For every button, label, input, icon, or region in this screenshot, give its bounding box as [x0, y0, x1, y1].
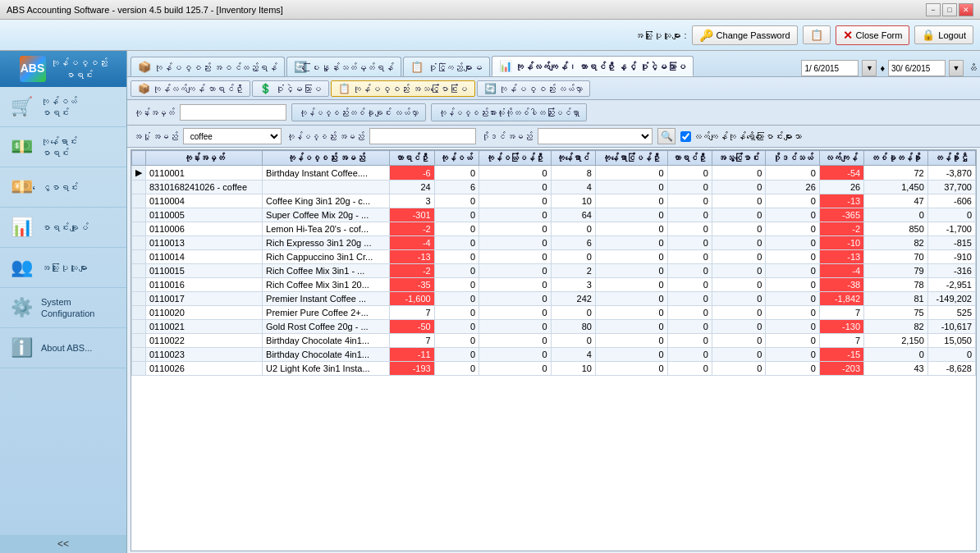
table-row[interactable]: 0110014Rich Cappuccino 3in1 Cr...-130000…: [132, 250, 976, 264]
col-purchase-ret: ကုန်ဝယ်ပြန်ဦး: [479, 151, 552, 166]
col-balance: လက်ကျန်: [819, 151, 863, 166]
search-button[interactable]: 🔍: [657, 128, 675, 144]
date-to-picker-button[interactable]: ▼: [949, 60, 964, 76]
logout-button[interactable]: 🔒 Logout: [914, 25, 973, 44]
subtab-item-list[interactable]: 📋 ကုန်ပစ္စည်း အသင့်ပြောင်းပြ: [331, 80, 475, 97]
tab-price-set[interactable]: 🔄 ပြေးနှုန်းသတ်မှတ်ရန်: [286, 57, 401, 76]
table-cell: 0: [479, 250, 552, 264]
tab-purchase-enter[interactable]: 📦 ကုန်ပစ္စည်း အဝင်ထည့်ရန်: [131, 57, 285, 76]
table-cell: 0: [479, 320, 552, 334]
subtab-stock-balance-label: ကုန်လက်ကျန် တာရင်ဦး: [153, 84, 243, 94]
table-cell: -13: [390, 250, 434, 264]
subtab-stock-balance[interactable]: 📦 ကုန်လက်ကျန် တာရင်ဦး: [131, 80, 250, 97]
table-row[interactable]: 0110013Rich Expresso 3in1 20g ...-400600…: [132, 236, 976, 250]
table-cell: 0: [766, 348, 819, 362]
table-cell: 0: [551, 306, 595, 320]
search-all-button[interactable]: ကုန်ပစ္စည်းအားလုံးကိုတစ်ပါတည်းပြင်ရှာ: [431, 103, 587, 121]
table-cell: [132, 236, 146, 250]
table-cell: 70: [864, 250, 928, 264]
table-row[interactable]: 0110020Premier Pure Coffee 2+...70000000…: [132, 306, 976, 320]
table-cell: [132, 278, 146, 292]
table-row[interactable]: 0110017Premier Instant Coffee ...-1,6000…: [132, 292, 976, 306]
date-from-picker-button[interactable]: ▼: [862, 60, 877, 76]
minimize-button[interactable]: −: [926, 3, 941, 16]
sidebar-item-reports[interactable]: 📊 စာရင်းချုပ်: [0, 208, 126, 248]
table-cell: -38: [819, 278, 863, 292]
col-indicator: [132, 151, 146, 166]
col-closing: တာရင်ဦး: [667, 151, 712, 166]
close-icon: ✕: [843, 29, 853, 42]
change-password-button[interactable]: 🔑 Change Password: [692, 25, 798, 45]
table-cell: [132, 264, 146, 278]
table-cell: 6: [434, 181, 479, 194]
close-form-button[interactable]: ✕ Close Form: [836, 25, 910, 45]
item-code-input[interactable]: [180, 104, 286, 121]
table-cell: -10,617: [927, 320, 975, 334]
sidebar-collapse-button[interactable]: <<: [0, 535, 126, 553]
item-name-input[interactable]: [369, 128, 476, 144]
table-row[interactable]: 0110023Birthday Chocolate 4in1...-110040…: [132, 348, 976, 362]
table-row[interactable]: 0110006Lemon Hi-Tea 20's - cof...-200000…: [132, 222, 976, 236]
sidebar: ABS ကုန်ပစ္စည်း စာရင်း 🛒 ကုန်ဝယ်စာရင်း 💵…: [0, 51, 127, 553]
table-cell: Birthday Instant Coffee....: [263, 166, 390, 181]
table-cell: -910: [927, 250, 975, 264]
table-row[interactable]: 0110021Gold Rost Coffee 20g - ...-500080…: [132, 320, 976, 334]
table-cell: 8310168241026 - coffee: [146, 181, 263, 194]
content-area: 📦 ကုန်ပစ္စည်း အဝင်ထည့်ရန် 🔄 ပြေးနှုန်းသတ…: [127, 51, 980, 553]
table-row[interactable]: 0110005Super Coffee Mix 20g - ...-301006…: [132, 208, 976, 222]
table-cell: 525: [927, 306, 975, 320]
table-cell: 0: [479, 236, 552, 250]
table-cell: -606: [927, 194, 975, 208]
table-cell: 0: [595, 181, 667, 194]
table-row[interactable]: 0110022Birthday Chocolate 4in1...7000000…: [132, 334, 976, 348]
sidebar-item-shop[interactable]: 🛒 ကုန်ဝယ်စာရင်း: [0, 87, 126, 127]
top-toolbar: အသုံးပြုသူများ : 🔑 Change Password 📋 ✕ C…: [0, 20, 980, 51]
table-cell: 0: [479, 208, 552, 222]
subgroup-select[interactable]: coffee: [183, 128, 282, 144]
subtab-price-list[interactable]: 💲 စုံငဲ့မသာပြ: [252, 80, 329, 97]
warehouse-select[interactable]: [538, 128, 653, 144]
tab-inventory[interactable]: 📊 ကုန်လက်ကျန်၊ တာရင်ဦး နှင့် စုံငဲ့မသာပြ: [492, 56, 694, 76]
table-cell: 82: [864, 320, 928, 334]
col-transfer: အသွင်ပြောင်း: [712, 151, 765, 166]
table-cell: 0: [479, 264, 552, 278]
ledger-icon: 💴: [7, 172, 36, 202]
table-cell: Rich Cappuccino 3in1 Cr...: [263, 250, 390, 264]
table-cell: -11: [390, 348, 434, 362]
table-row[interactable]: 0110015Rich Coffee Mix 3in1 - ...-200200…: [132, 264, 976, 278]
maximize-button[interactable]: □: [942, 3, 957, 16]
table-cell: -6: [390, 166, 434, 181]
date-to-input[interactable]: [888, 60, 946, 76]
filter-bar-2: အပုံ့ အမည် coffee ကုန်ပစ္စည်း အမည် ဂိုဒင…: [127, 126, 980, 148]
table-cell: -10: [819, 236, 863, 250]
table-cell: 0: [864, 208, 928, 222]
sidebar-item-about[interactable]: ℹ️ About ABS...: [0, 328, 126, 368]
subtab-movement[interactable]: 🔄 ကုန်ပစ္စည်း လယ်လှာ: [477, 80, 590, 97]
table-cell: 0110023: [146, 348, 263, 362]
search-single-button[interactable]: ကုန်ပစ္စည်းတစ်ခုချင်း လယ်လှာ: [291, 103, 426, 121]
sidebar-item-sales[interactable]: 💵 ကုန်ရောင်းစာရင်း: [0, 127, 126, 167]
sidebar-item-ledger[interactable]: 💴 ငွေစာရင်း: [0, 167, 126, 208]
sidebar-item-users[interactable]: 👥 အသုံးပြုသူများ: [0, 248, 126, 288]
table-row[interactable]: 0110016Rich Coffee Mix 3in1 20...-350030…: [132, 278, 976, 292]
table-cell: 0110015: [146, 264, 263, 278]
table-row[interactable]: ▶0110001Birthday Instant Coffee....-6008…: [132, 166, 976, 181]
sidebar-item-sysconfig[interactable]: ⚙️ SystemConfiguration: [0, 288, 126, 328]
subtab-item-list-label: ကုန်ပစ္စည်း အသင့်ပြောင်းပြ: [353, 84, 468, 94]
table-row[interactable]: 0110004Coffee King 3in1 20g - c...300100…: [132, 194, 976, 208]
tab-stock-adjust[interactable]: 📋 စုံငဲ့ကြည်များမ: [403, 57, 490, 76]
copy-button[interactable]: 📋: [803, 25, 831, 44]
table-cell: 0: [667, 362, 712, 376]
table-cell: 0: [766, 166, 819, 181]
table-cell: 0: [595, 362, 667, 376]
table-cell: Coffee King 3in1 20g - c...: [263, 194, 390, 208]
close-window-button[interactable]: ✕: [959, 3, 973, 16]
table-row[interactable]: 0110026U2 Light Kofe 3in1 Insta...-19300…: [132, 362, 976, 376]
table-row[interactable]: 8310168241026 - coffee2460400026261,4503…: [132, 181, 976, 194]
date-from-input[interactable]: [801, 60, 859, 76]
about-icon: ℹ️: [7, 333, 36, 363]
balance-only-checkbox[interactable]: [680, 131, 691, 142]
table-cell: Premier Instant Coffee ...: [263, 292, 390, 306]
inventory-table: ကုန်းအမှတ် ကုန်ပစ္စည်း အမည် တာရင်ဦး ကုန်…: [131, 150, 976, 376]
checkbox-container: လက်ကျန်ကုန်ရှိသောပြောင်းများသာ: [680, 131, 802, 142]
